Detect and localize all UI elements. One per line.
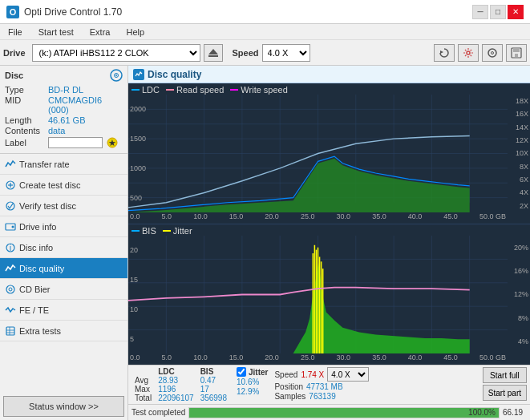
- disc-panel-title: Disc: [5, 71, 23, 80]
- svg-point-11: [115, 75, 117, 76]
- status-text: Test completed: [131, 408, 185, 417]
- content-area: Disc quality LDC Read speed: [128, 66, 530, 420]
- svg-marker-0: [208, 49, 218, 55]
- menu-start-test[interactable]: Start test: [34, 26, 79, 38]
- top-legend: LDC Read speed Write speed: [131, 85, 288, 95]
- svg-rect-8: [515, 54, 518, 57]
- bottom-chart-svg: [128, 236, 508, 353]
- nav-create-test-disc[interactable]: Create test disc: [0, 175, 127, 196]
- menu-extra[interactable]: Extra: [85, 26, 115, 38]
- stats-bar: LDC BIS Avg 28.93 0.47 Max 1196 17 Tot: [128, 365, 530, 404]
- svg-point-19: [12, 225, 14, 228]
- bottom-y-left: 20 15 10 5: [128, 236, 141, 353]
- type-value: BD-R DL: [48, 85, 83, 95]
- svg-point-22: [6, 285, 14, 293]
- speed-position-section: Speed 1.74 X 4.0 X Position 47731 MB Sam…: [274, 367, 369, 401]
- content-header-icon: [133, 69, 144, 80]
- speed-label: Speed: [233, 48, 259, 58]
- jitter-checkbox[interactable]: [237, 367, 246, 377]
- top-chart: LDC Read speed Write speed: [128, 83, 530, 224]
- maximize-button[interactable]: □: [490, 5, 506, 19]
- svg-point-5: [492, 51, 494, 54]
- app-title: Opti Drive Control 1.70: [24, 6, 122, 18]
- disc-panel: Disc Type BD-R DL MID CMCMAGDI6 (000) Le…: [0, 66, 127, 154]
- svg-marker-2: [440, 50, 443, 54]
- top-y-left-axis: 2000 1500 1000 500: [128, 95, 151, 212]
- footer-right-value: 66.19: [503, 408, 527, 417]
- transfer-rate-icon: [5, 159, 16, 170]
- toolbar: Drive (k:) ATAPI iHBS112 2 CLOK Speed 4.…: [0, 40, 530, 66]
- drive-info-icon: [5, 221, 16, 232]
- bottom-chart: BIS Jitter: [128, 224, 530, 365]
- bottom-legend: BIS Jitter: [131, 226, 192, 236]
- bottom-x-axis: 0.0 5.0 10.0 15.0 20.0 25.0 30.0 35.0 40…: [128, 353, 508, 365]
- cd-bier-icon: [5, 284, 16, 295]
- nav-drive-info[interactable]: Drive info: [0, 216, 127, 237]
- length-label: Length: [5, 115, 47, 125]
- close-button[interactable]: ✕: [508, 5, 524, 19]
- nav-disc-quality[interactable]: Disc quality: [0, 258, 127, 279]
- svg-point-17: [6, 202, 14, 210]
- extra-tests-icon: [5, 325, 16, 337]
- eject-button[interactable]: [204, 44, 223, 62]
- menubar: File Start test Extra Help: [0, 24, 530, 40]
- nav-cd-bier[interactable]: CD Bier: [0, 279, 127, 300]
- disc-quality-icon: [5, 263, 16, 274]
- svg-text:i: i: [10, 243, 11, 252]
- label-label: Label: [5, 138, 47, 147]
- nav-items: Transfer rate Create test disc Verify te…: [0, 154, 127, 393]
- nav-disc-info[interactable]: i Disc info: [0, 237, 127, 258]
- progress-bar-fill: [189, 408, 499, 418]
- disc-info-icon: i: [5, 242, 16, 253]
- mid-label: MID: [5, 95, 47, 115]
- content-header: Disc quality: [128, 66, 530, 83]
- progress-bar-container: 100.0%: [188, 407, 500, 418]
- nav-verify-test-disc[interactable]: Verify test disc: [0, 196, 127, 216]
- refresh-button[interactable]: [434, 44, 455, 62]
- nav-transfer-rate[interactable]: Transfer rate: [0, 154, 127, 175]
- mid-value: CMCMAGDI6 (000): [48, 95, 123, 115]
- nav-fe-te[interactable]: FE / TE: [0, 300, 127, 321]
- stats-table: LDC BIS Avg 28.93 0.47 Max 1196 17 Tot: [131, 367, 230, 402]
- verify-disc-icon: [5, 200, 16, 212]
- svg-rect-1: [208, 55, 218, 57]
- top-x-axis: 0.0 5.0 10.0 15.0 20.0 25.0 30.0 35.0 40…: [128, 212, 508, 224]
- status-window-button[interactable]: Status window >>: [3, 396, 124, 417]
- fe-te-icon: [5, 305, 16, 316]
- footer: Test completed 100.0% 66.19: [128, 404, 530, 420]
- window-controls: ─ □ ✕: [472, 5, 524, 19]
- main-area: Disc Type BD-R DL MID CMCMAGDI6 (000) Le…: [0, 66, 530, 420]
- speed-select[interactable]: 4.0 X: [327, 367, 369, 382]
- content-title: Disc quality: [148, 69, 201, 80]
- nav-extra-tests[interactable]: Extra tests: [0, 321, 127, 341]
- label-icon[interactable]: ★: [106, 136, 119, 149]
- action-buttons: Start full Start part: [483, 367, 527, 401]
- top-y-axis: 18X 16X 14X 12X 10X 8X 6X 4X 2X: [508, 95, 530, 212]
- speed-select[interactable]: 4.0 X: [262, 44, 310, 62]
- top-chart-svg: [128, 95, 508, 212]
- drive-select[interactable]: (k:) ATAPI iHBS112 2 CLOK: [32, 44, 200, 62]
- svg-point-4: [488, 49, 496, 57]
- disc-button[interactable]: [482, 44, 503, 62]
- svg-rect-24: [6, 327, 14, 335]
- svg-rect-7: [513, 48, 520, 52]
- save-button[interactable]: [506, 44, 527, 62]
- length-value: 46.61 GB: [48, 115, 85, 125]
- menu-file[interactable]: File: [3, 26, 27, 38]
- create-disc-icon: [5, 180, 16, 191]
- bottom-y-axis: 20% 16% 12% 8% 4%: [508, 236, 530, 353]
- start-part-button[interactable]: Start part: [483, 385, 527, 401]
- disc-icon: [110, 69, 123, 82]
- start-full-button[interactable]: Start full: [483, 367, 527, 383]
- svg-text:★: ★: [108, 138, 116, 147]
- sidebar: Disc Type BD-R DL MID CMCMAGDI6 (000) Le…: [0, 66, 128, 420]
- contents-value: data: [48, 126, 65, 135]
- titlebar-left: O Opti Drive Control 1.70: [6, 6, 122, 18]
- settings-button[interactable]: [458, 44, 479, 62]
- menu-help[interactable]: Help: [121, 26, 149, 38]
- progress-percent: 100.0%: [468, 408, 496, 418]
- titlebar: O Opti Drive Control 1.70 ─ □ ✕: [0, 0, 530, 24]
- minimize-button[interactable]: ─: [472, 5, 488, 19]
- app-logo: O: [6, 6, 19, 18]
- label-input[interactable]: [48, 137, 103, 148]
